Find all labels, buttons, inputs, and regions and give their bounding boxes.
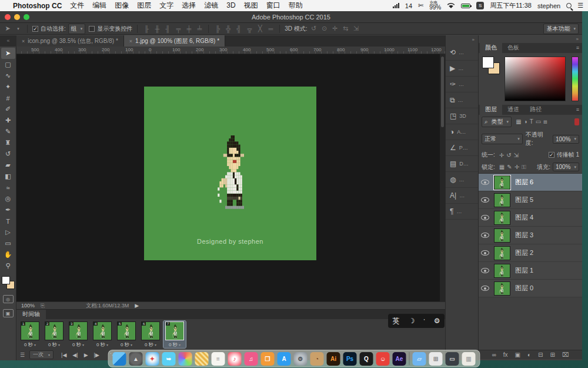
layer-visibility-eye-icon[interactable] [481, 233, 489, 238]
auto-select-dropdown[interactable]: 组▾ [68, 24, 86, 34]
layer-thumbnail[interactable] [494, 175, 510, 190]
loop-count-dropdown[interactable]: 一次▾ [29, 350, 54, 359]
vertical-scrollbar[interactable] [440, 54, 445, 301]
menu-item[interactable]: 滤镜 [204, 1, 218, 9]
kind-filter-icon[interactable]: ◑ [524, 118, 527, 125]
signal-icon[interactable] [393, 3, 399, 8]
hue-ramp[interactable] [572, 57, 579, 101]
layer-visibility-eye-icon[interactable] [481, 197, 489, 203]
input-method-icon[interactable]: S [476, 2, 484, 9]
frame-delay[interactable]: 0 秒 ▾ [145, 342, 156, 348]
frame-thumbnail[interactable]: 3 [69, 321, 88, 340]
safari-icon[interactable]: ✦ [146, 352, 159, 366]
frame-delay[interactable]: 0 秒 ▾ [72, 342, 84, 348]
strip-clone-source-icon[interactable]: ⧉… [446, 92, 478, 108]
ime-lang-label[interactable]: 英 [393, 316, 400, 326]
itunes-icon[interactable]: ♪ [228, 352, 242, 366]
doc-info[interactable]: 文档:1.60M/12.3M [86, 302, 129, 310]
shape-tool[interactable]: ▭ [1, 238, 15, 249]
mode3d-icon[interactable]: ↺ [310, 25, 318, 32]
horizontal-ruler[interactable]: 5004003002001000100200300400500600700800… [16, 47, 445, 54]
layer-name[interactable]: 图层 1 [515, 266, 533, 275]
layer-mask-icon[interactable]: ▣ [515, 352, 520, 358]
launchpad-icon[interactable]: ▲ [129, 352, 143, 366]
after-effects-icon[interactable]: Ae [393, 352, 406, 366]
strip-collapse-icon[interactable]: » [446, 35, 478, 45]
layer-visibility-eye-icon[interactable] [481, 286, 489, 291]
opacity-dropdown[interactable]: 100%▾ [553, 135, 579, 144]
animation-frame[interactable]: 70 秒 ▾ [163, 321, 186, 348]
kind-filter-icon[interactable]: ▦ [516, 118, 521, 125]
blend-mode-dropdown[interactable]: 正常▾ [482, 134, 523, 144]
layer-row[interactable]: 图层 3 [479, 227, 582, 244]
healing-brush-tool[interactable]: ✚ [1, 115, 15, 126]
layer-thumbnail[interactable] [494, 281, 510, 296]
show-transform-checkbox[interactable]: ✓ [89, 26, 95, 32]
kind-filter-icon[interactable]: ▭ [536, 118, 541, 125]
monkey-app-icon[interactable]: ◔ [310, 352, 324, 366]
hand-tool[interactable]: ✋ [1, 249, 15, 260]
transport-button[interactable]: ▶ [84, 352, 88, 358]
strip-info-icon[interactable]: ◍… [446, 172, 478, 188]
mode3d-icon[interactable]: ⊙ [320, 25, 329, 32]
pen-tool[interactable]: ✒ [1, 204, 15, 216]
layer-thumbnail[interactable] [494, 246, 510, 260]
distribute-icon[interactable]: ╳ [256, 25, 264, 32]
layer-visibility-eye-icon[interactable] [481, 215, 489, 220]
strip-adjustments-icon[interactable]: ◑A… [446, 124, 478, 140]
menu-item[interactable]: 文件 [70, 1, 84, 9]
quick-mask-button[interactable]: ◎ [3, 295, 14, 303]
scissors-icon[interactable]: ✄ [418, 2, 423, 9]
lasso-tool[interactable]: ∿ [1, 70, 15, 81]
battery-icon[interactable] [461, 4, 470, 8]
zoom-tool[interactable]: ⚲ [1, 260, 15, 271]
frame-thumbnail[interactable]: 7 [165, 321, 184, 340]
color-field[interactable] [505, 57, 566, 101]
layer-visibility-eye-icon[interactable] [481, 268, 489, 273]
blur-tool[interactable]: ≈ [1, 182, 15, 193]
panel-menu-icon[interactable]: ≡ [576, 45, 579, 51]
lock-icon[interactable]: ✎ [507, 164, 512, 170]
downloads-grid-icon[interactable]: ⊞ [429, 352, 443, 366]
new-layer-icon[interactable]: ⊞ [550, 352, 554, 358]
menu-item[interactable]: 图层 [137, 1, 151, 9]
lock-icon[interactable]: ▦ [499, 164, 505, 170]
align-icon[interactable]: ╟ [142, 25, 151, 32]
tab-overflow-icon[interactable]: « [0, 35, 16, 47]
menu-item[interactable]: 选择 [182, 1, 196, 9]
filter-toggle[interactable] [574, 118, 579, 125]
music-icon[interactable]: ♫ [245, 352, 258, 366]
tab-close-icon[interactable]: × [22, 38, 25, 44]
books-icon[interactable]: ❐ [261, 352, 275, 366]
strip-paragraph-icon[interactable]: ¶… [446, 204, 478, 220]
transport-button[interactable]: |▶ [94, 352, 99, 358]
zoom-level[interactable]: 100% [21, 303, 35, 309]
menu-item[interactable]: 帮助 [289, 1, 303, 9]
mode3d-icon[interactable]: ⇲ [352, 25, 360, 32]
mode3d-icon[interactable]: ✛ [331, 25, 339, 32]
workspace-switcher[interactable]: 基本功能▾ [543, 24, 579, 34]
animation-frame[interactable]: 20 秒 ▾ [43, 321, 65, 348]
auto-select-checkbox[interactable]: ✓ [32, 26, 38, 32]
qq-icon[interactable]: Q [360, 352, 373, 366]
blue-bird-app-icon[interactable]: ➥ [162, 352, 176, 366]
distribute-icon[interactable]: ╣ [235, 25, 243, 32]
unify-icon[interactable]: ⇲ [514, 152, 519, 158]
animation-frame[interactable]: 10 秒 ▾ [19, 321, 41, 348]
strip-history-icon[interactable]: ⟲… [446, 45, 478, 61]
document-tab[interactable]: ×icon.png @ 38.5% (信息, RGB/8) * [16, 35, 124, 47]
align-icon[interactable]: ╪ [185, 25, 193, 32]
frame-delay[interactable]: 0 秒 ▾ [169, 342, 181, 348]
frame-thumbnail[interactable]: 2 [45, 321, 64, 340]
clone-stamp-tool[interactable]: ♜ [1, 137, 15, 148]
tab-layers[interactable]: 图层 [480, 104, 502, 115]
animation-frame[interactable]: 40 秒 ▾ [91, 321, 113, 348]
distribute-icon[interactable]: ╠ [213, 25, 222, 32]
foreground-color[interactable] [2, 276, 10, 284]
app-store-icon[interactable]: A [278, 352, 291, 366]
layer-name[interactable]: 图层 6 [515, 178, 533, 187]
path-select-tool[interactable]: ▷ [1, 227, 15, 238]
lock-icon[interactable]: ✛ [514, 164, 519, 170]
frame-thumbnail[interactable]: 1 [21, 321, 39, 340]
layer-row[interactable]: 图层 0 [479, 280, 582, 297]
